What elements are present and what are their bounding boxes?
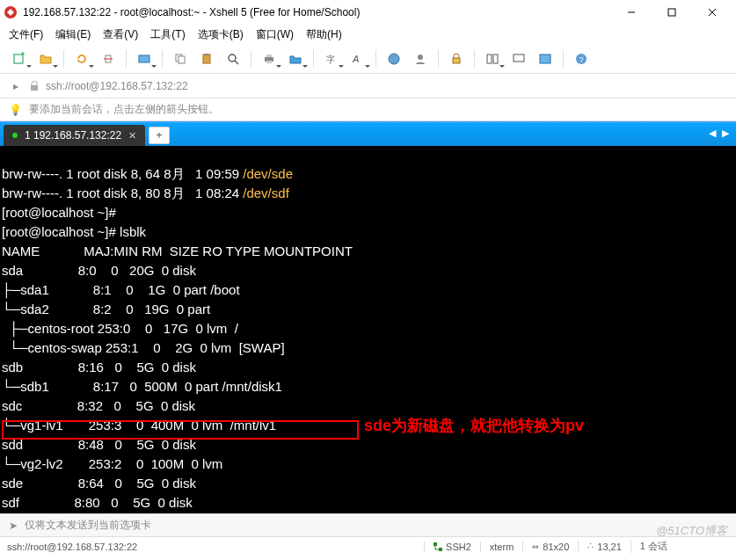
svg-rect-27 — [514, 55, 524, 62]
reconnect-icon[interactable] — [71, 48, 92, 69]
svg-rect-13 — [203, 55, 210, 63]
send-icon[interactable]: ➤ — [9, 520, 18, 532]
toolbar-sep — [313, 50, 314, 68]
window-title: 192.168.57.132:22 - root@localhost:~ - X… — [23, 6, 611, 18]
disconnect-icon[interactable] — [98, 48, 119, 69]
browser-icon[interactable] — [383, 48, 404, 69]
svg-rect-12 — [179, 56, 185, 63]
bulb-icon: 💡 — [9, 104, 22, 116]
tab-close-icon[interactable]: ✕ — [128, 130, 136, 142]
paste-icon[interactable] — [196, 48, 217, 69]
title-bar: 192.168.57.132:22 - root@localhost:~ - X… — [0, 0, 736, 25]
toolbar-sep — [563, 50, 564, 68]
layout-icon[interactable] — [482, 48, 503, 69]
menu-file[interactable]: 文件(F) — [9, 27, 43, 42]
term-row: sdf 8:80 0 5G 0 disk — [2, 495, 196, 510]
info-message: 要添加当前会话，点击左侧的箭头按钮。 — [29, 102, 219, 117]
tab-nav-arrows[interactable]: ◀ ▶ — [709, 127, 731, 139]
new-tab-button[interactable]: + — [149, 127, 170, 144]
svg-line-16 — [235, 61, 238, 64]
svg-rect-10 — [139, 55, 149, 62]
info-bar: 💡 要添加当前会话，点击左侧的箭头按钮。 — [0, 98, 736, 121]
fullscreen-icon[interactable] — [535, 48, 556, 69]
menu-tools[interactable]: 工具(T) — [150, 27, 185, 42]
net-icon — [434, 542, 442, 551]
menu-bar: 文件(F) 编辑(E) 查看(V) 工具(T) 选项卡(B) 窗口(W) 帮助(… — [0, 25, 736, 44]
tab-label: 1 192.168.57.132:22 — [25, 129, 121, 142]
svg-text:?: ? — [579, 55, 584, 64]
session-tab[interactable]: 1 192.168.57.132:22 ✕ — [4, 125, 145, 146]
toolbar-sep — [63, 50, 64, 68]
font-icon[interactable]: A — [347, 48, 368, 69]
term-row: └─centos-swap 253:1 0 2G 0 lvm [SWAP] — [2, 340, 285, 355]
search-icon[interactable] — [222, 48, 244, 69]
toolbar-sep — [438, 50, 439, 68]
term-row: └─vg1-lv1 253:3 0 400M 0 lvm /mnt/lv1 — [2, 418, 276, 433]
folder-icon[interactable] — [285, 48, 306, 69]
term-header: NAME MAJ:MIN RM SIZE RO TYPE MOUNTPOINT — [2, 244, 353, 258]
menu-help[interactable]: 帮助(H) — [306, 27, 342, 42]
close-button[interactable] — [692, 0, 732, 25]
minimize-button[interactable] — [611, 0, 652, 25]
svg-point-15 — [229, 55, 236, 62]
address-url[interactable]: ssh://root@192.168.57.132:22 — [46, 80, 188, 92]
svg-rect-28 — [540, 55, 550, 63]
svg-rect-2 — [668, 9, 675, 16]
status-url: ssh://root@192.168.57.132:22 — [7, 542, 424, 552]
svg-rect-5 — [14, 55, 23, 63]
status-size: ⇔ 81x20 — [522, 542, 578, 552]
term-row: └─sda2 8:2 0 19G 0 part — [2, 302, 214, 316]
lock-icon[interactable] — [446, 48, 467, 69]
menu-window[interactable]: 窗口(W) — [256, 27, 294, 42]
status-sessions: 1 会话 — [630, 540, 676, 553]
term-row: sdc 8:32 0 5G 0 disk — [2, 398, 199, 413]
help-icon[interactable]: ? — [571, 48, 592, 69]
menu-view[interactable]: 查看(V) — [103, 27, 138, 42]
print-icon[interactable] — [259, 48, 280, 69]
svg-text:字: 字 — [326, 55, 335, 64]
svg-rect-19 — [266, 61, 272, 63]
svg-rect-31 — [31, 85, 38, 91]
address-arrow-icon[interactable]: ▸ — [9, 80, 23, 92]
maximize-button[interactable] — [652, 0, 692, 25]
toolbar-sep — [162, 50, 163, 68]
status-dot-icon — [12, 133, 18, 138]
status-bar: ssh://root@192.168.57.132:22 SSH2 xterm … — [0, 536, 736, 556]
encoding-icon[interactable]: 字 — [321, 48, 342, 69]
term-row: ├─sda1 8:1 0 1G 0 part /boot — [2, 282, 240, 297]
svg-rect-26 — [493, 55, 498, 63]
size-icon: ⇔ — [532, 542, 539, 551]
term-cmd: [root@localhost ~]# lsblk — [2, 224, 146, 239]
svg-rect-33 — [439, 548, 442, 551]
new-session-icon[interactable] — [9, 48, 30, 69]
tab-bar: 1 192.168.57.132:22 ✕ + ◀ ▶ — [0, 121, 736, 146]
screen-icon[interactable] — [508, 48, 529, 69]
toolbar-sep — [375, 50, 376, 68]
term-path: /dev/sde — [243, 166, 293, 181]
copy-icon[interactable] — [170, 48, 191, 69]
term-row: sdd 8:48 0 5G 0 disk — [2, 437, 200, 452]
term-line: brw-rw----. 1 root disk 8, 64 8月 1 09:59 — [2, 166, 243, 181]
svg-text:A: A — [352, 54, 359, 64]
open-icon[interactable] — [35, 48, 56, 69]
status-term: xterm — [480, 542, 523, 552]
menu-edit[interactable]: 编辑(E) — [55, 27, 91, 42]
term-row: sda 8:0 0 20G 0 disk — [2, 263, 200, 278]
properties-icon[interactable] — [134, 48, 155, 69]
status-ssh: SSH2 — [424, 542, 480, 552]
send-bar: ➤ 仅将文本发送到当前选项卡 — [0, 513, 736, 536]
app-icon — [4, 5, 18, 19]
term-prompt: [root@localhost ~]# — [2, 205, 116, 220]
term-row-highlight: sde 8:64 0 5G 0 disk — [2, 476, 200, 491]
toolbar: 字 A ? — [0, 44, 736, 74]
terminal[interactable]: brw-rw----. 1 root disk 8, 64 8月 1 09:59… — [0, 146, 736, 513]
send-placeholder[interactable]: 仅将文本发送到当前选项卡 — [25, 518, 151, 533]
status-pos: ∴ 13,21 — [578, 541, 630, 552]
svg-point-22 — [389, 54, 399, 64]
toolbar-sep — [126, 50, 127, 68]
user-icon[interactable] — [410, 48, 431, 69]
svg-rect-32 — [434, 542, 437, 546]
term-row: └─vg2-lv2 253:2 0 100M 0 lvm — [2, 456, 230, 471]
menu-tabs[interactable]: 选项卡(B) — [198, 27, 244, 42]
term-row: sdb 8:16 0 5G 0 disk — [2, 360, 200, 375]
